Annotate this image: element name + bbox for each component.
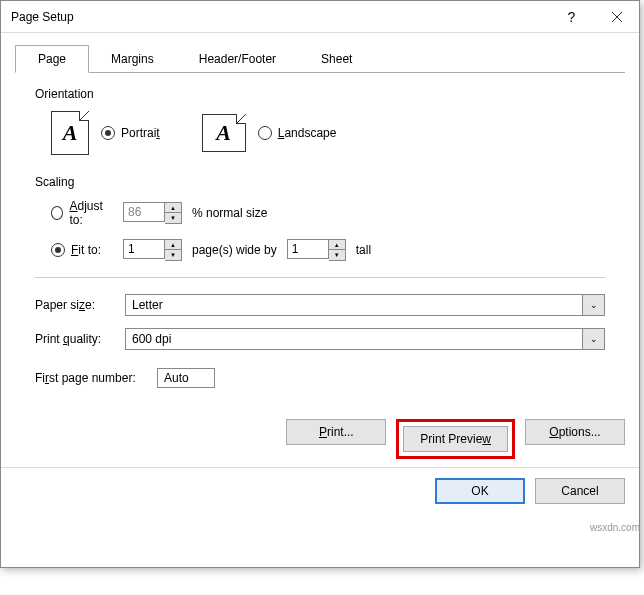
tab-content: Orientation A Portrait A Landscape Scali…: [15, 72, 625, 388]
portrait-radio[interactable]: Portrait: [101, 126, 160, 140]
dialog-footer: OK Cancel: [1, 467, 639, 514]
paper-size-row: Paper size: Letter ⌄: [35, 294, 605, 316]
spinner-up-icon[interactable]: ▲: [165, 240, 181, 250]
spinner-up-icon[interactable]: ▲: [329, 240, 345, 250]
adjust-value-input[interactable]: [123, 202, 165, 222]
landscape-icon: A: [202, 114, 246, 152]
print-quality-value: 600 dpi: [125, 328, 583, 350]
landscape-radio[interactable]: Landscape: [258, 126, 337, 140]
radio-icon: [258, 126, 272, 140]
print-quality-row: Print quality: 600 dpi ⌄: [35, 328, 605, 350]
chevron-down-icon[interactable]: ⌄: [583, 328, 605, 350]
orientation-row: A Portrait A Landscape: [35, 111, 605, 155]
action-button-row: Print... Print Preview Options...: [1, 419, 639, 459]
adjust-to-row: Adjust to: ▲ ▼ % normal size: [35, 199, 605, 227]
landscape-radio-label: Landscape: [278, 126, 337, 140]
print-preview-button[interactable]: Print Preview: [403, 426, 508, 452]
portrait-radio-label: Portrait: [121, 126, 160, 140]
adjust-suffix: % normal size: [192, 206, 267, 220]
spinner-down-icon[interactable]: ▼: [329, 250, 345, 260]
paper-size-dropdown[interactable]: Letter ⌄: [125, 294, 605, 316]
radio-icon: [51, 206, 63, 220]
fit-to-row: Fit to: ▲ ▼ page(s) wide by ▲ ▼: [35, 239, 605, 261]
radio-icon: [101, 126, 115, 140]
first-page-row: First page number: Auto: [35, 368, 605, 388]
radio-icon: [51, 243, 65, 257]
chevron-down-icon[interactable]: ⌄: [583, 294, 605, 316]
tab-page[interactable]: Page: [15, 45, 89, 73]
options-button[interactable]: Options...: [525, 419, 625, 445]
paper-size-label: Paper size:: [35, 298, 125, 312]
tab-sheet[interactable]: Sheet: [298, 45, 375, 73]
fit-suffix: tall: [356, 243, 371, 257]
ok-button[interactable]: OK: [435, 478, 525, 504]
print-quality-label: Print quality:: [35, 332, 125, 346]
fit-tall-input[interactable]: [287, 239, 329, 259]
first-page-input[interactable]: Auto: [157, 368, 215, 388]
portrait-icon: A: [51, 111, 89, 155]
close-icon: [611, 11, 623, 23]
fit-to-radio[interactable]: Fit to:: [51, 243, 113, 257]
spinner-down-icon[interactable]: ▼: [165, 213, 181, 223]
help-button[interactable]: ?: [549, 1, 594, 33]
fit-wide-input[interactable]: [123, 239, 165, 259]
highlight-annotation: Print Preview: [396, 419, 515, 459]
titlebar: Page Setup ?: [1, 1, 639, 33]
paper-size-value: Letter: [125, 294, 583, 316]
page-setup-dialog: Page Setup ? Page Margins Header/Footer …: [0, 0, 640, 568]
adjust-spinner[interactable]: ▲ ▼: [123, 202, 182, 224]
divider: [35, 277, 605, 278]
tab-margins[interactable]: Margins: [88, 45, 177, 73]
fit-wide-spinner[interactable]: ▲ ▼: [123, 239, 182, 261]
tab-header-footer[interactable]: Header/Footer: [176, 45, 299, 73]
fit-tall-spinner[interactable]: ▲ ▼: [287, 239, 346, 261]
cancel-button[interactable]: Cancel: [535, 478, 625, 504]
print-button[interactable]: Print...: [286, 419, 386, 445]
fit-mid-label: page(s) wide by: [192, 243, 277, 257]
adjust-to-label: Adjust to:: [69, 199, 113, 227]
spinner-down-icon[interactable]: ▼: [165, 250, 181, 260]
orientation-label: Orientation: [35, 87, 605, 101]
print-quality-dropdown[interactable]: 600 dpi ⌄: [125, 328, 605, 350]
dialog-title: Page Setup: [11, 10, 549, 24]
close-button[interactable]: [594, 1, 639, 33]
spinner-up-icon[interactable]: ▲: [165, 203, 181, 213]
scaling-label: Scaling: [35, 175, 605, 189]
scaling-section: Scaling Adjust to: ▲ ▼ % normal size: [35, 175, 605, 261]
tab-strip: Page Margins Header/Footer Sheet: [15, 45, 639, 73]
first-page-label: First page number:: [35, 371, 157, 385]
adjust-to-radio[interactable]: Adjust to:: [51, 199, 113, 227]
fit-to-label: Fit to:: [71, 243, 101, 257]
